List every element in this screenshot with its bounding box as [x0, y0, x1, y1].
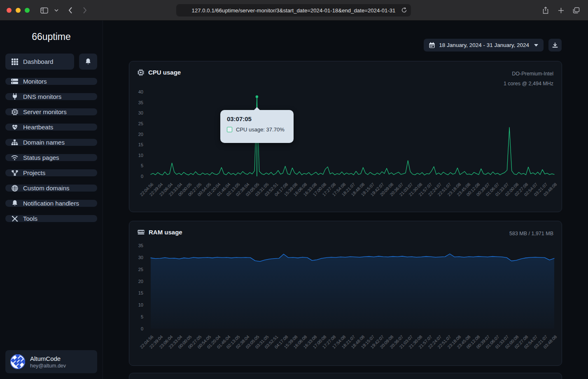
close-button[interactable] [7, 8, 12, 13]
zoom-button[interactable] [25, 8, 30, 13]
app-window: 66uptime Dashboard [0, 21, 588, 379]
sidebar-item-projects[interactable]: Projects [5, 169, 97, 176]
sidebar-item-dns-monitors[interactable]: DNS monitors [5, 93, 97, 100]
ram-y-axis: 05101520253035 [129, 246, 147, 329]
url-bar[interactable]: 127.0.0.1/66uptime/server-monitor/3&star… [176, 4, 411, 16]
sidebar-item-label: Monitors [23, 78, 47, 85]
tab-overview-icon[interactable] [571, 5, 581, 16]
share-icon[interactable] [540, 5, 551, 16]
caret-down-icon [534, 44, 538, 47]
sidebar-item-label: Domain names [23, 139, 65, 146]
tooltip-time: 03:07:05 [227, 115, 287, 122]
sidebar-item-label: Server monitors [23, 108, 67, 115]
url-text: 127.0.0.1/66uptime/server-monitor/3&star… [192, 7, 396, 14]
sidebar-item-tools[interactable]: Tools [5, 215, 97, 222]
new-tab-icon[interactable] [555, 5, 566, 16]
grid-icon [11, 58, 18, 65]
sidebar-item-domain-names[interactable]: Domain names [5, 139, 97, 146]
cpu-chart-plot[interactable] [151, 92, 554, 176]
avatar [10, 354, 25, 369]
diagram-icon [11, 169, 18, 176]
partial-card [129, 373, 562, 379]
browser-chrome: 127.0.0.1/66uptime/server-monitor/3&star… [0, 0, 588, 21]
heart-pulse-icon [11, 124, 18, 131]
chip-icon [11, 108, 18, 115]
account-card[interactable]: AltumCode hey@altum.dev [5, 350, 97, 373]
sidebar-item-label: DNS monitors [23, 93, 61, 100]
sidebar-nav: Dashboard Monitors [0, 42, 103, 222]
sitemap-icon [11, 139, 18, 146]
cpu-card-title: CPU usage [148, 69, 181, 76]
sidebar-item-monitors[interactable]: Monitors [5, 78, 97, 85]
back-icon[interactable] [65, 5, 76, 16]
calendar-icon [429, 42, 435, 48]
ram-x-axis: 22:04:5622:39:0423:06:0423:33:0400:00:05… [151, 331, 554, 365]
date-range-picker[interactable]: 18 January, 2024 - 31 January, 2024 [424, 39, 544, 51]
account-email: hey@altum.dev [30, 363, 66, 369]
sidebar-item-label: Dashboard [23, 58, 53, 65]
sidebar-item-label: Heartbeats [23, 124, 53, 131]
sidebar-toggle-icon[interactable] [39, 5, 49, 16]
globe-icon [11, 185, 18, 192]
date-range-label: 18 January, 2024 - 31 January, 2024 [439, 42, 529, 48]
sidebar-item-heartbeats[interactable]: Heartbeats [5, 124, 97, 131]
export-button[interactable] [548, 39, 562, 51]
sidebar-item-label: Notification handlers [23, 200, 79, 207]
chip-icon [138, 69, 144, 76]
ram-card-header: RAM usage 583 MB / 1,971 MB [129, 221, 562, 239]
cpu-card-header: CPU usage DO-Premium-Intel 1 cores @ 2,4… [129, 61, 562, 89]
toolbar: 18 January, 2024 - 31 January, 2024 [424, 39, 562, 51]
ram-chart-plot[interactable] [151, 246, 554, 329]
download-icon [552, 42, 558, 48]
cpu-y-axis: 0510152025303540 [129, 92, 147, 176]
tools-icon [11, 215, 18, 222]
ram-usage-card: RAM usage 583 MB / 1,971 MB 051015202530… [129, 221, 562, 366]
bell-icon [11, 200, 18, 207]
sidebar-item-custom-domains[interactable]: Custom domains [5, 185, 97, 192]
wifi-icon [11, 154, 18, 161]
series-swatch [227, 127, 232, 132]
sidebar-item-server-monitors[interactable]: Server monitors [5, 108, 97, 115]
cpu-x-axis: 22:04:5622:39:0423:06:0423:33:0400:00:05… [151, 178, 554, 212]
forward-icon[interactable] [79, 5, 90, 16]
cpu-meta-model: DO-Premium-Intel [504, 69, 553, 79]
notifications-button[interactable] [79, 54, 97, 70]
chart-tooltip: 03:07:05 CPU usage: 37.70% [220, 110, 294, 143]
sidebar-item-label: Tools [23, 215, 37, 222]
sidebar-item-notification-handlers[interactable]: Notification handlers [5, 200, 97, 207]
server-stack-icon [11, 78, 18, 85]
sidebar-item-label: Status pages [23, 154, 59, 161]
plug-icon [11, 93, 18, 100]
account-name: AltumCode [30, 355, 66, 362]
sidebar-item-label: Custom domains [23, 185, 70, 192]
sidebar: 66uptime Dashboard [0, 21, 103, 379]
ram-card-title: RAM usage [149, 229, 182, 236]
cpu-usage-card: CPU usage DO-Premium-Intel 1 cores @ 2,4… [129, 61, 562, 212]
reload-icon[interactable] [401, 7, 407, 13]
minimize-button[interactable] [16, 8, 21, 13]
bell-icon [85, 58, 91, 65]
sidebar-item-label: Projects [23, 169, 45, 176]
sidebar-item-status-pages[interactable]: Status pages [5, 154, 97, 161]
memory-icon [138, 229, 145, 235]
app-logo: 66uptime [0, 31, 103, 42]
tooltip-value: CPU usage: 37.70% [236, 126, 285, 133]
main-content: 18 January, 2024 - 31 January, 2024 [103, 21, 588, 379]
chevron-down-icon[interactable] [51, 5, 62, 16]
cpu-meta-cores: 1 cores @ 2,494 MHz [504, 79, 553, 89]
sidebar-item-dashboard[interactable]: Dashboard [5, 54, 74, 70]
ram-meta-usage: 583 MB / 1,971 MB [509, 229, 553, 239]
